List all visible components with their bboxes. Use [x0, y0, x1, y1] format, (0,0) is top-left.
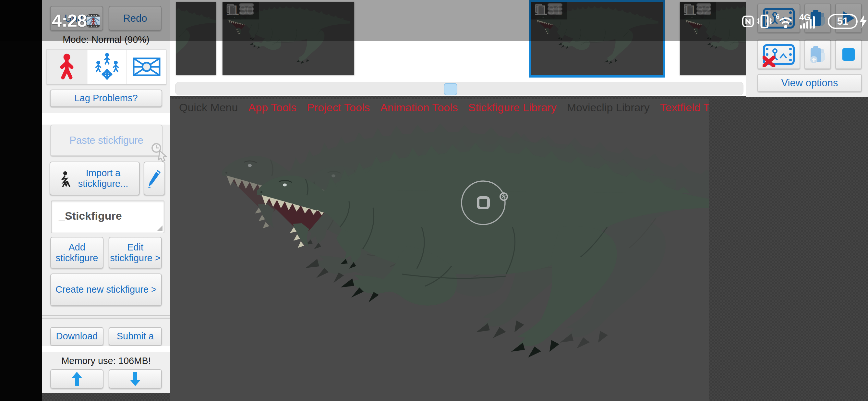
import-stickfigure-icon	[61, 171, 72, 187]
delete-frame-icon	[763, 42, 795, 67]
signal-icon: 4G	[799, 13, 825, 30]
animation-canvas[interactable]: Quick Menu App Tools Project Tools Anima…	[170, 99, 709, 401]
import-stickfigure-label: Import a stickfigure...	[67, 168, 139, 189]
stop-icon	[842, 48, 855, 61]
sidebar: Undo Redo Mode: Normal (90%)	[42, 0, 170, 393]
divider-band	[42, 113, 170, 125]
movieclip-tool-button[interactable]	[126, 50, 166, 84]
download-button[interactable]: Download	[50, 327, 103, 346]
scroll-down-button[interactable]	[108, 369, 162, 389]
stickfigure-name-value: _Stickfigure	[59, 210, 122, 222]
lag-problems-button[interactable]: Lag Problems?	[50, 90, 162, 107]
left-letterbox	[0, 0, 42, 401]
nfc-icon	[742, 16, 754, 27]
paste-frame-icon	[809, 45, 826, 64]
paste-stickfigure-button[interactable]: Paste stickfigure	[50, 125, 162, 156]
stop-button[interactable]	[835, 39, 862, 69]
stickfigure-tool-button[interactable]	[47, 50, 87, 84]
up-arrow-icon	[71, 371, 83, 387]
submit-button[interactable]: Submit a	[108, 327, 162, 346]
status-clock: 4:28	[52, 10, 87, 31]
app-notification-icon	[87, 14, 100, 27]
screen: Undo Redo Mode: Normal (90%)	[0, 0, 868, 401]
busy-cursor-icon	[149, 142, 170, 163]
timeline-scrollbar-handle[interactable]	[444, 83, 457, 95]
divider-band	[42, 346, 170, 352]
svg-text:6: 6	[776, 13, 779, 20]
canvas-scene	[170, 99, 709, 401]
battery-percent: 51	[837, 16, 848, 27]
delete-frame-button[interactable]	[757, 39, 800, 69]
svg-text:4G: 4G	[799, 13, 811, 22]
battery-icon: 51	[828, 14, 867, 29]
movieclip-tool-icon	[133, 57, 161, 76]
scroll-up-button[interactable]	[50, 369, 103, 389]
timeline-scrollbar[interactable]	[175, 82, 743, 95]
resize-handle-icon[interactable]	[157, 225, 162, 231]
view-options-button[interactable]: View options	[757, 74, 862, 92]
memory-label: Memory use: 106MB!	[42, 356, 170, 366]
section-divider	[42, 315, 170, 316]
import-stickfigure-button[interactable]: Import a stickfigure...	[50, 161, 140, 195]
status-dim-overlay	[0, 0, 868, 41]
edit-pencil-icon	[148, 169, 161, 188]
section-divider	[42, 318, 170, 318]
add-stickfigure-button[interactable]: Add stickfigure	[50, 237, 103, 269]
down-arrow-icon	[130, 371, 141, 387]
tool-selector	[46, 49, 166, 84]
vibrate-icon	[757, 14, 772, 28]
create-stickfigure-button[interactable]: Create new stickfigure >	[50, 274, 162, 306]
edit-stickfigure-button[interactable]: Edit stickfigure >	[108, 237, 162, 269]
charging-bolt-icon	[859, 15, 867, 28]
stickfigure-tool-icon	[58, 54, 76, 80]
edit-pencil-button[interactable]	[144, 161, 165, 195]
wifi-icon: 6	[775, 13, 796, 29]
multi-figure-tool-button[interactable]	[88, 50, 126, 84]
stickfigure-name-input[interactable]: _Stickfigure	[51, 201, 164, 233]
paste-frame-button[interactable]	[804, 39, 831, 69]
status-icons: 6 4G 51	[742, 13, 867, 30]
multi-figure-tool-icon	[95, 53, 119, 81]
